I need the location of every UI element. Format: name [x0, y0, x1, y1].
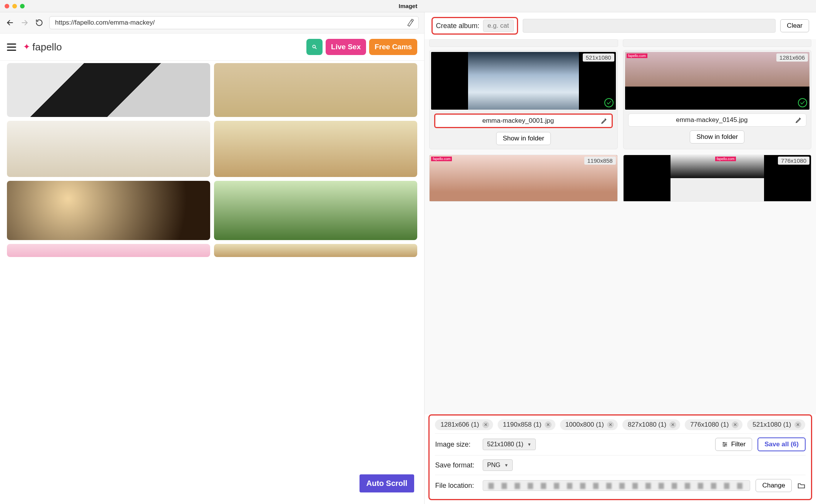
create-album-input[interactable]: [483, 20, 514, 32]
results-area: 521x1080 emma-mackey_0001.jpg Show in fo…: [425, 39, 816, 414]
file-location-field[interactable]: [483, 480, 750, 491]
site-header: ✦ fapello Live Sex Free Cams: [0, 33, 424, 61]
image-size-label: Image size:: [435, 441, 477, 449]
url-bar[interactable]: [49, 16, 419, 29]
show-in-folder-button[interactable]: Show in folder: [496, 132, 551, 145]
result-stub: [429, 39, 618, 47]
result-image[interactable]: fapello.com 1281x606: [625, 52, 809, 110]
chip-remove-icon[interactable]: ✕: [482, 421, 489, 428]
show-in-folder-button[interactable]: Show in folder: [690, 130, 744, 144]
dimensions-badge: 1190x858: [584, 157, 616, 165]
create-album-label: Create album:: [436, 22, 479, 30]
size-chip[interactable]: 1000x800 (1)✕: [560, 419, 618, 430]
save-all-button[interactable]: Save all (6): [757, 437, 806, 451]
chip-remove-icon[interactable]: ✕: [794, 421, 801, 428]
titlebar: Imaget: [0, 0, 816, 12]
window-title: Imaget: [0, 3, 816, 9]
gallery-thumb[interactable]: [7, 121, 210, 177]
imaget-pane: Create album: Clear 521x1080: [424, 12, 816, 504]
chip-remove-icon[interactable]: ✕: [607, 421, 614, 428]
result-card: fapello.com 1190x858: [429, 155, 617, 202]
browser-pane: ✦ fapello Live Sex Free Cams: [0, 12, 424, 504]
open-folder-icon[interactable]: [797, 481, 806, 490]
dimensions-badge: 521x1080: [583, 53, 614, 62]
back-button[interactable]: [5, 18, 15, 27]
size-chip[interactable]: 1190x858 (1)✕: [498, 419, 555, 430]
gallery-thumb[interactable]: [214, 181, 417, 240]
url-input[interactable]: [54, 19, 406, 27]
create-album-group: Create album:: [431, 17, 518, 35]
save-format-select[interactable]: PNG ▼: [483, 459, 513, 471]
chip-remove-icon[interactable]: ✕: [545, 421, 552, 428]
watermark: fapello.com: [627, 53, 647, 58]
result-card: fapello.com 1281x606 emma-mackey_0145.jp…: [623, 50, 811, 149]
reader-mode-icon[interactable]: [406, 18, 415, 27]
clear-button[interactable]: Clear: [780, 19, 809, 32]
hamburger-menu[interactable]: [7, 43, 16, 51]
selected-check-icon: [604, 98, 614, 107]
change-location-button[interactable]: Change: [756, 479, 792, 492]
filename-row[interactable]: emma-mackey_0001.jpg: [434, 113, 612, 128]
logo-icon: ✦: [23, 42, 30, 52]
filename-text: emma-mackey_0001.jpg: [439, 117, 597, 125]
watermark: fapello.com: [431, 157, 452, 161]
watermark: fapello.com: [715, 157, 736, 161]
image-size-select[interactable]: 521x1080 (1) ▼: [483, 439, 535, 450]
gallery: Auto Scroll: [0, 61, 424, 504]
gallery-thumb[interactable]: [7, 63, 210, 117]
site-name: fapello: [32, 41, 62, 53]
result-card: fapello.com 776x1080: [623, 155, 811, 202]
gallery-thumb[interactable]: [214, 244, 417, 257]
auto-scroll-button[interactable]: Auto Scroll: [360, 474, 415, 492]
forward-button[interactable]: [20, 18, 29, 27]
svg-point-7: [723, 442, 724, 444]
gallery-thumb[interactable]: [214, 121, 417, 177]
site-logo[interactable]: ✦ fapello: [23, 41, 62, 53]
svg-point-9: [724, 446, 725, 447]
filename-text: emma-mackey_0145.jpg: [632, 116, 791, 124]
dimensions-badge: 1281x606: [776, 53, 808, 62]
result-stub: [623, 39, 811, 47]
result-image[interactable]: fapello.com 776x1080: [624, 155, 811, 201]
filter-button[interactable]: Filter: [715, 438, 752, 451]
gallery-thumb[interactable]: [7, 181, 210, 240]
live-sex-button[interactable]: Live Sex: [326, 39, 366, 55]
svg-point-8: [726, 444, 727, 445]
browser-toolbar: [0, 12, 424, 33]
size-chip[interactable]: 521x1080 (1)✕: [747, 419, 805, 430]
pencil-icon[interactable]: [601, 117, 608, 124]
gallery-thumb[interactable]: [214, 63, 417, 117]
size-chip[interactable]: 776x1080 (1)✕: [685, 419, 742, 430]
result-image[interactable]: 521x1080: [431, 52, 615, 110]
selected-check-icon: [798, 98, 807, 107]
svg-line-3: [315, 48, 316, 49]
album-name-field[interactable]: [523, 19, 776, 33]
size-chip-list: 1281x606 (1)✕ 1190x858 (1)✕ 1000x800 (1)…: [435, 419, 806, 430]
save-format-label: Save format:: [435, 461, 477, 469]
size-chip[interactable]: 1281x606 (1)✕: [435, 419, 493, 430]
chip-remove-icon[interactable]: ✕: [669, 421, 676, 428]
chevron-down-icon: ▼: [527, 442, 532, 447]
export-panel: 1281x606 (1)✕ 1190x858 (1)✕ 1000x800 (1)…: [428, 414, 812, 500]
search-button[interactable]: [306, 39, 323, 55]
filename-row[interactable]: emma-mackey_0145.jpg: [628, 113, 806, 127]
gallery-thumb[interactable]: [7, 244, 210, 257]
size-chip[interactable]: 827x1080 (1)✕: [622, 419, 680, 430]
result-card: 521x1080 emma-mackey_0001.jpg Show in fo…: [429, 50, 617, 149]
result-image[interactable]: fapello.com 1190x858: [430, 155, 617, 201]
chevron-down-icon: ▼: [504, 463, 508, 467]
free-cams-button[interactable]: Free Cams: [369, 39, 417, 55]
file-location-label: File location:: [435, 482, 477, 490]
pencil-icon[interactable]: [795, 117, 802, 123]
dimensions-badge: 776x1080: [778, 157, 809, 165]
reload-button[interactable]: [35, 18, 44, 27]
sliders-icon: [722, 441, 728, 447]
chip-remove-icon[interactable]: ✕: [732, 421, 739, 428]
